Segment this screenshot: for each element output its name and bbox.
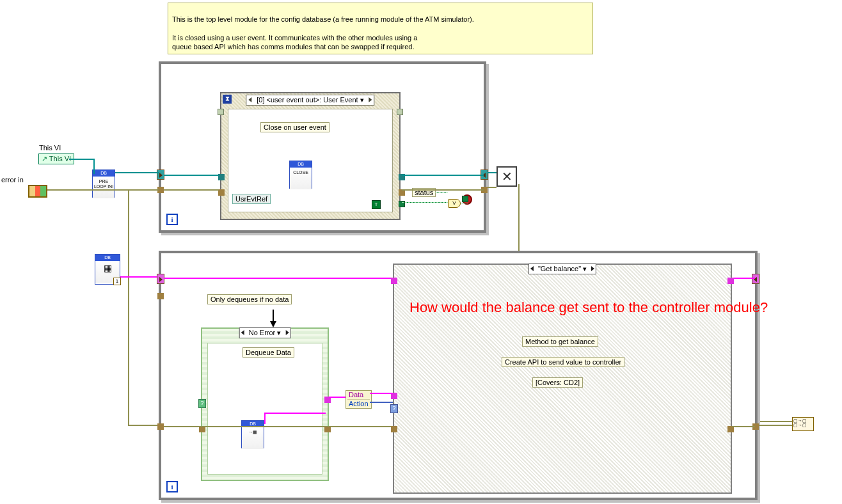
usr-evt-ref-const: UsrEvtRef <box>232 194 271 204</box>
no-error-case-inner: Dequeue Data DB →▦ <box>207 343 322 475</box>
subvi-db1-hdr: DB <box>95 255 120 261</box>
no-error-case-structure[interactable]: No Error ▾ Dequeue Data DB →▦ ? <box>201 327 329 481</box>
get-balance-case-selector[interactable]: "Get balance" ▾ <box>528 264 596 274</box>
close-on-user-event-label: Close on user event <box>260 122 330 132</box>
unbundle-action: Action <box>347 400 370 408</box>
wire-action-to-selector <box>370 402 393 403</box>
close-vi-icon[interactable] <box>496 166 517 187</box>
top-comment: This is the top level module for the con… <box>168 3 593 54</box>
wire-thisvi-down <box>93 159 95 174</box>
lower-sr-right-pink <box>752 274 759 284</box>
wire-err-upper-left <box>164 189 219 191</box>
event-case-selector[interactable]: [0] <user event out>: User Event ▾ <box>246 95 374 106</box>
upper-while-loop[interactable]: i ⧗ [0] <user event out>: User Event ▾ C… <box>159 61 486 233</box>
no-error-case-selector[interactable]: No Error ▾ <box>239 327 291 338</box>
subvi-dq-body: →▦ <box>242 427 264 449</box>
lower-tunnel-left-err-top <box>157 293 164 299</box>
top-comment-text: This is the top level module for the con… <box>172 15 474 51</box>
subvi-db1-badge: 1 <box>113 278 121 285</box>
lower-tunnel-left-err-bot <box>157 423 164 430</box>
getbal-tunnel-right-pink-top <box>727 278 734 284</box>
wire-pink-to-unbundle <box>329 397 346 398</box>
wire-err-preloop-in <box>115 189 159 191</box>
wire-pink-dq-out <box>264 413 326 414</box>
wire-err-into-lower <box>128 425 159 426</box>
wire-teal-upper-right <box>402 175 484 176</box>
event-inner: Close on user event DB CLOSE UsrEvtRef T <box>228 109 393 212</box>
getbal-tunnel-left-pink-top <box>391 278 397 284</box>
subvi-close-body: CLOSE <box>290 168 312 189</box>
upper-loop-stop-wire-node <box>462 196 468 202</box>
wire-err-down-to-lower <box>128 189 129 426</box>
getbal-selector-terminal: ? <box>390 404 398 413</box>
arrow-down-icon <box>270 321 276 327</box>
wire-err-upper-right <box>402 189 484 191</box>
subvi-close[interactable]: DB CLOSE <box>289 161 312 189</box>
subvi-close-hdr: DB <box>290 161 312 168</box>
method-get-balance-label: Method to get balance <box>522 336 598 347</box>
dyn-event-right <box>397 109 403 115</box>
wire-status-to-or <box>435 192 448 193</box>
dequeue-data-label: Dequeue Data <box>242 347 294 358</box>
wire-pink-dq-up <box>264 413 266 424</box>
wire-teal-into-upper <box>115 172 159 173</box>
subvi-pre-hdr: DB <box>93 170 115 177</box>
event-tunnel-left-teal <box>218 174 225 180</box>
wire-err-case-to-right <box>732 426 755 427</box>
wire-pink-data-to-case <box>370 393 393 394</box>
lower-loop-index: i <box>166 481 178 492</box>
lower-while-loop[interactable]: i Only dequeues if no data No Error ▾ De… <box>159 251 758 500</box>
hourglass-icon: ⧗ <box>223 95 232 104</box>
error-in-terminal <box>28 185 47 198</box>
data-action-unbundle: Data Action <box>346 390 372 409</box>
covers-label: [Covers: CD2] <box>532 377 583 388</box>
case-selector-terminal: ? <box>198 399 206 408</box>
wire-teal-out-upper <box>488 172 496 173</box>
wire-pink-db1-to-loop <box>120 276 160 278</box>
subvi-pre-body: PRE LOOP INI <box>93 177 115 198</box>
wire-err-lower-to-merge <box>759 425 792 426</box>
subvi-db1[interactable]: DB ▦ 1 <box>95 254 120 285</box>
wire-err-out-upper <box>488 187 496 188</box>
event-structure[interactable]: ⧗ [0] <user event out>: User Event ▾ Clo… <box>220 92 401 220</box>
only-dequeues-label: Only dequeues if no data <box>207 294 292 304</box>
unbundle-data: Data <box>347 391 370 400</box>
red-annotation: How would the balance get sent to the co… <box>409 299 768 316</box>
wire-bool-to-or <box>402 202 448 203</box>
getbal-tunnel-left-err <box>391 426 397 432</box>
subvi-pre-loop-init[interactable]: DB PRE LOOP INI <box>92 169 115 198</box>
bool-true-const: T <box>372 200 381 209</box>
this-vi-ref-text: This VI <box>49 155 71 162</box>
create-api-label: Create API to send value to controller <box>502 357 624 367</box>
or-gate: V <box>448 199 461 208</box>
error-in-label: error in <box>1 176 24 184</box>
subvi-dequeue[interactable]: DB →▦ <box>241 420 264 448</box>
wire-thisvi-to-loop <box>69 159 95 160</box>
event-tunnel-left-err <box>218 189 225 196</box>
get-balance-case-structure[interactable]: "Get balance" ▾ Method to get balance Cr… <box>393 264 732 494</box>
this-vi-label: This VI <box>39 144 61 152</box>
merge-errors-node: ▢→▢ ▢→▢ <box>792 417 814 431</box>
wire-err-noerr-to-case <box>164 426 394 427</box>
dyn-event-left <box>218 109 224 115</box>
lower-sr-left-pink <box>157 274 164 284</box>
upper-loop-index: i <box>166 214 178 225</box>
wire-teal-upper-left <box>164 175 219 176</box>
wire-or-to-stop <box>461 203 468 203</box>
